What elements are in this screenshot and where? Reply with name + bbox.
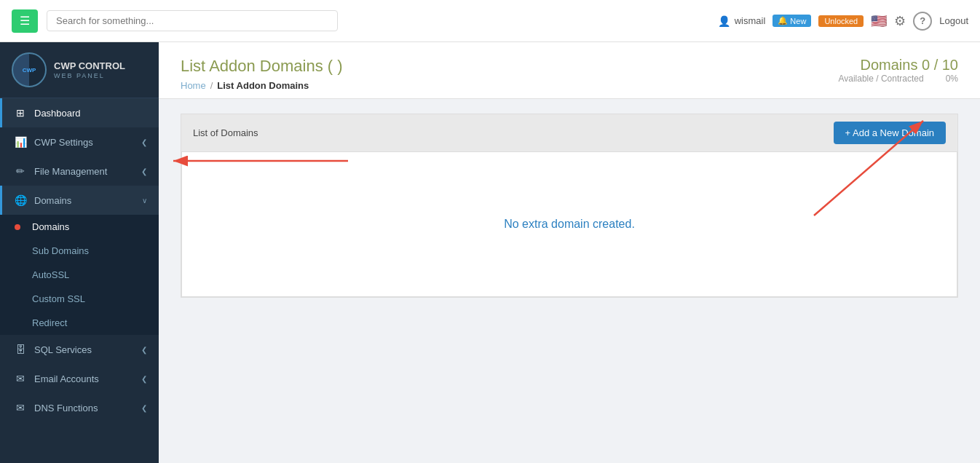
section-title-bar: List of Domains + Add a New Domain	[181, 114, 957, 151]
sidebar-subitem-redirect[interactable]: Redirect	[0, 311, 159, 335]
sidebar-subitem-autossl[interactable]: AutoSSL	[0, 263, 159, 287]
file-management-icon: ✏	[14, 165, 27, 177]
sidebar-logo: CWP CWP CONTROL WEB PANEL	[0, 42, 159, 98]
sidebar-item-sql-services[interactable]: 🗄 SQL Services ❮	[0, 335, 159, 364]
flag-icon: 🇺🇸	[871, 13, 887, 29]
subitem-label: AutoSSL	[32, 269, 69, 280]
sidebar-item-cwp-settings[interactable]: 📊 CWP Settings ❮	[0, 127, 159, 157]
content-wrapper: List Addon Domains ( ) Home / List Addon…	[159, 42, 980, 327]
breadcrumb: Home / List Addon Domains	[181, 80, 343, 91]
chevron-icon: ❮	[141, 404, 147, 412]
subitem-label: Custom SSL	[32, 293, 85, 304]
chevron-icon: ❮	[141, 375, 147, 383]
main-layout: CWP CWP CONTROL WEB PANEL ⊞ Dashboard 📊 …	[0, 42, 980, 463]
logo-text-block: CWP CONTROL WEB PANEL	[54, 60, 125, 80]
logo-title: CWP CONTROL	[54, 60, 125, 73]
content-header: List Addon Domains ( ) Home / List Addon…	[159, 42, 980, 99]
breadcrumb-separator: /	[210, 80, 213, 91]
available-contracted-label: Available / Contracted	[838, 74, 923, 84]
content-area: List Addon Domains ( ) Home / List Addon…	[159, 42, 980, 463]
domains-stat-sub: Available / Contracted 0%	[838, 74, 958, 84]
sidebar-item-label: CWP Settings	[34, 137, 134, 148]
domains-icon: 🌐	[14, 194, 27, 206]
logo-circle: CWP	[12, 52, 47, 87]
sidebar-item-label: SQL Services	[34, 344, 134, 355]
chevron-icon: ❮	[141, 346, 147, 354]
sidebar-item-dashboard[interactable]: ⊞ Dashboard	[0, 98, 159, 127]
menu-toggle-button[interactable]: ☰	[12, 9, 38, 33]
subitem-label: Redirect	[32, 317, 67, 328]
dashboard-icon: ⊞	[14, 107, 27, 119]
active-indicator	[15, 224, 20, 230]
search-input[interactable]	[47, 10, 338, 31]
logout-button[interactable]: Logout	[939, 15, 968, 26]
user-info: 👤 wismail	[718, 15, 766, 27]
subitem-label: Sub Domains	[32, 245, 89, 256]
no-domain-message: No extra domain created.	[504, 218, 635, 231]
unlocked-badge: Unlocked	[818, 15, 864, 27]
new-label: New	[790, 17, 806, 25]
domains-submenu: Domains Sub Domains AutoSSL Custom SSL R…	[0, 215, 159, 335]
domains-percent: 0%	[946, 74, 958, 84]
navbar-right: 👤 wismail 🔔 New Unlocked 🇺🇸 ⚙ ? Logout	[718, 12, 968, 31]
page-title: List Addon Domains ( )	[181, 57, 343, 76]
email-icon: ✉	[14, 373, 27, 384]
navbar: ☰ 👤 wismail 🔔 New Unlocked 🇺🇸 ⚙ ? Logout	[0, 0, 980, 42]
chevron-icon: ❮	[141, 138, 147, 146]
sidebar-item-file-management[interactable]: ✏ File Management ❮	[0, 157, 159, 186]
breadcrumb-home[interactable]: Home	[181, 80, 206, 91]
sidebar-subitem-domains[interactable]: Domains	[0, 215, 159, 239]
add-domain-button[interactable]: + Add a New Domain	[834, 122, 946, 144]
new-badge: 🔔 New	[772, 15, 811, 27]
bell-icon: 🔔	[778, 16, 788, 25]
logo-subtitle: WEB PANEL	[54, 72, 125, 79]
subitem-label: Domains	[32, 221, 69, 232]
username: wismail	[735, 15, 766, 26]
dns-icon: ✉	[14, 402, 27, 413]
sidebar-item-label: File Management	[34, 166, 134, 177]
title-breadcrumb: List Addon Domains ( ) Home / List Addon…	[181, 57, 343, 91]
breadcrumb-current: List Addon Domains	[217, 80, 309, 91]
user-icon: 👤	[718, 15, 730, 27]
section-container: List of Domains + Add a New Domain No ex…	[181, 114, 958, 298]
sql-icon: 🗄	[14, 344, 27, 355]
sidebar-item-email-accounts[interactable]: ✉ Email Accounts ❮	[0, 364, 159, 393]
sidebar-item-dns-functions[interactable]: ✉ DNS Functions ❮	[0, 393, 159, 422]
hamburger-icon: ☰	[20, 14, 30, 28]
chevron-icon: ❮	[141, 167, 147, 175]
section-title: List of Domains	[193, 127, 258, 138]
help-button[interactable]: ?	[913, 12, 932, 31]
sidebar-item-domains[interactable]: 🌐 Domains ∨	[0, 186, 159, 215]
content-body: List of Domains + Add a New Domain No ex…	[159, 99, 980, 327]
sidebar: CWP CWP CONTROL WEB PANEL ⊞ Dashboard 📊 …	[0, 42, 159, 463]
gear-icon[interactable]: ⚙	[894, 13, 906, 29]
section-body: No extra domain created.	[181, 151, 957, 297]
sidebar-subitem-sub-domains[interactable]: Sub Domains	[0, 239, 159, 263]
sidebar-item-label: Domains	[34, 195, 135, 206]
domains-stat: Domains 0 / 10 Available / Contracted 0%	[838, 57, 958, 84]
domains-count: Domains 0 / 10	[838, 57, 958, 74]
sidebar-item-label: DNS Functions	[34, 403, 134, 413]
sidebar-item-label: Email Accounts	[34, 373, 134, 384]
sidebar-subitem-custom-ssl[interactable]: Custom SSL	[0, 287, 159, 311]
sidebar-item-label: Dashboard	[34, 108, 147, 119]
cwp-settings-icon: 📊	[14, 136, 27, 148]
chevron-down-icon: ∨	[142, 197, 147, 205]
